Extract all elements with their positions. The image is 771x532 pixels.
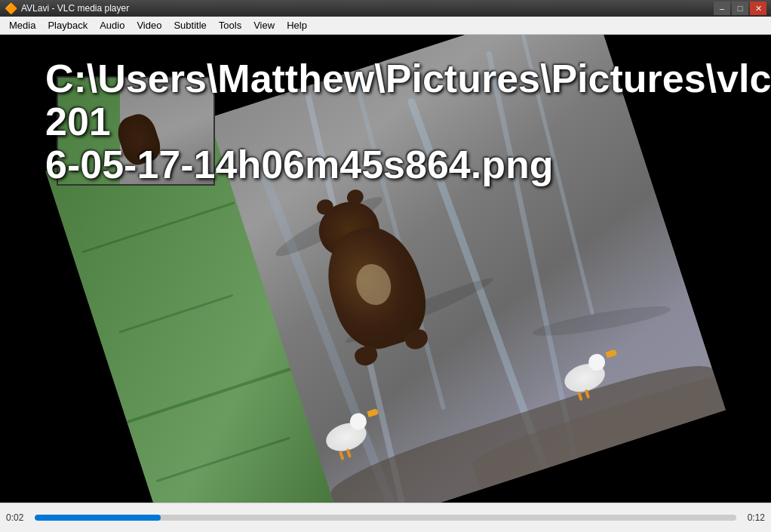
window-controls: – □ ✕ (714, 2, 766, 15)
progress-bar[interactable] (35, 515, 736, 521)
menu-tools[interactable]: Tools (213, 17, 247, 34)
progress-fill (35, 515, 161, 521)
progress-row: 0:02 0:12 (6, 512, 765, 523)
close-button[interactable]: ✕ (750, 2, 766, 15)
vlc-icon: 🔶 (5, 2, 17, 14)
maximize-button[interactable]: □ (732, 2, 748, 15)
time-total: 0:12 (741, 512, 765, 523)
menu-video[interactable]: Video (131, 17, 167, 34)
overlay-filename: C:\Users\Matthew\Pictures\Pictures\vlcsn… (45, 57, 771, 187)
menu-audio[interactable]: Audio (94, 17, 131, 34)
menu-view[interactable]: View (247, 17, 281, 34)
menu-help[interactable]: Help (281, 17, 313, 34)
menu-subtitle[interactable]: Subtitle (167, 17, 212, 34)
minimize-button[interactable]: – (714, 2, 730, 15)
time-current: 0:02 (6, 512, 30, 523)
menu-playback[interactable]: Playback (41, 17, 94, 34)
video-area[interactable]: C:\Users\Matthew\Pictures\Pictures\vlcsn… (0, 35, 771, 503)
bottom-bar: 0:02 0:12 (0, 503, 771, 532)
title-bar-left: 🔶 AVLavi - VLC media player (5, 2, 129, 14)
menu-media[interactable]: Media (3, 17, 41, 34)
menu-bar: Media Playback Audio Video Subtitle Tool… (0, 17, 771, 35)
window-title: AVLavi - VLC media player (21, 3, 129, 14)
title-bar: 🔶 AVLavi - VLC media player – □ ✕ (0, 0, 771, 17)
